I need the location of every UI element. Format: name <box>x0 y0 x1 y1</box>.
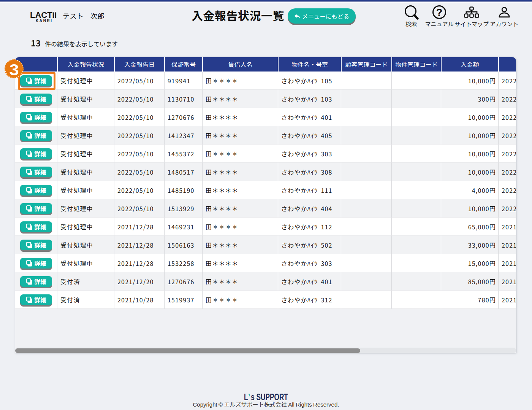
svg-text:?: ? <box>436 7 443 18</box>
